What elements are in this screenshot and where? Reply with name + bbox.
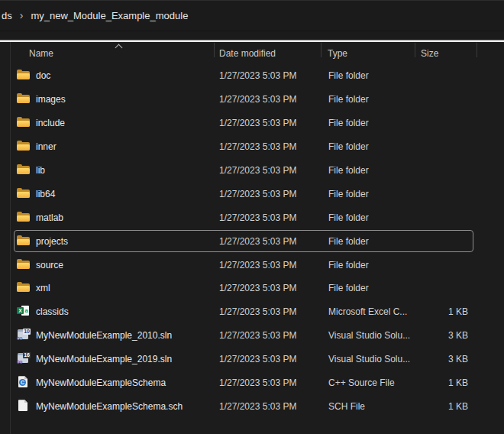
folder-icon: [17, 281, 31, 294]
file-type: SCH File: [328, 401, 365, 412]
file-list: doc 1/27/2023 5:03 PM File folder images…: [0, 63, 504, 419]
file-date-modified: 1/27/2023 5:03 PM: [219, 118, 296, 128]
column-headers: Name Date modified Type Size: [0, 42, 504, 64]
file-date-modified: 1/27/2023 5:03 PM: [219, 330, 296, 341]
file-type: File folder: [328, 283, 369, 293]
folder-icon: [17, 164, 31, 177]
file-row[interactable]: inner 1/27/2023 5:03 PM File folder: [14, 135, 473, 157]
file-name: MyNewModuleExampleSchema.sch: [36, 401, 183, 412]
column-resize-handle[interactable]: [214, 43, 215, 57]
file-date-modified: 1/27/2023 5:03 PM: [219, 189, 296, 199]
file-type: File folder: [328, 165, 369, 176]
file-row[interactable]: 16∞ MyNewModuleExample_2019.sln 1/27/202…: [14, 348, 473, 370]
file-row[interactable]: images 1/27/2023 5:03 PM File folder: [14, 88, 473, 110]
column-header-name[interactable]: Name: [29, 48, 53, 59]
file-name: classids: [36, 306, 69, 317]
file-name: projects: [36, 236, 68, 247]
folder-icon: [17, 69, 31, 82]
sort-ascending-icon: [115, 44, 123, 52]
folder-icon: [17, 187, 31, 200]
folder-icon: [17, 116, 31, 129]
file-list-area: Name Date modified Type Size doc 1/27/20…: [0, 42, 504, 434]
file-row[interactable]: doc 1/27/2023 5:03 PM File folder: [14, 64, 473, 86]
file-date-modified: 1/27/2023 5:03 PM: [219, 94, 296, 105]
file-row[interactable]: projects 1/27/2023 5:03 PM File folder: [14, 230, 473, 252]
excel-file-icon: aX: [17, 305, 31, 318]
file-row[interactable]: include 1/27/2023 5:03 PM File folder: [14, 112, 473, 134]
file-date-modified: 1/27/2023 5:03 PM: [219, 283, 296, 293]
file-type: File folder: [328, 94, 369, 105]
file-type: C++ Source File: [328, 377, 395, 388]
file-type: File folder: [328, 236, 369, 247]
file-row[interactable]: C MyNewModuleExampleSchema 1/27/2023 5:0…: [14, 371, 473, 394]
column-header-date-modified[interactable]: Date modified: [219, 48, 276, 59]
column-resize-handle[interactable]: [321, 43, 321, 57]
file-name: MyNewModuleExampleSchema: [36, 377, 166, 388]
folder-icon: [17, 235, 31, 248]
file-date-modified: 1/27/2023 5:03 PM: [219, 165, 296, 176]
file-name: images: [36, 94, 66, 105]
file-name: MyNewModuleExample_2019.sln: [36, 354, 172, 364]
folder-icon: [17, 258, 31, 271]
file-row[interactable]: xml 1/27/2023 5:03 PM File folder: [14, 277, 473, 299]
file-name: lib: [36, 165, 45, 176]
folder-icon: [17, 140, 31, 153]
file-name: xml: [36, 283, 50, 293]
file-size: 3 KB: [392, 330, 468, 341]
file-date-modified: 1/27/2023 5:03 PM: [219, 141, 296, 152]
visual-studio-2010-solution-icon: 10∞: [17, 329, 31, 342]
visual-studio-2019-solution-icon: 16∞: [17, 352, 31, 365]
breadcrumb-chevron-icon: ›: [20, 9, 24, 21]
file-type: File folder: [328, 189, 369, 199]
file-name: source: [36, 260, 63, 270]
file-type: File folder: [328, 212, 369, 223]
column-resize-handle[interactable]: [415, 43, 415, 57]
file-type: File folder: [328, 118, 369, 128]
file-name: lib64: [36, 189, 55, 199]
folder-icon: [17, 92, 31, 105]
file-name: doc: [36, 70, 50, 81]
cpp-source-file-icon: C: [17, 376, 31, 389]
file-date-modified: 1/27/2023 5:03 PM: [219, 212, 296, 223]
file-size: 1 KB: [392, 401, 468, 412]
file-size: 3 KB: [392, 354, 468, 364]
file-type: File folder: [328, 260, 369, 270]
file-type: File folder: [328, 70, 369, 81]
file-date-modified: 1/27/2023 5:03 PM: [219, 306, 296, 317]
file-row[interactable]: aX classids 1/27/2023 5:03 PM Microsoft …: [14, 300, 473, 322]
breadcrumb-divider: [0, 31, 504, 31]
file-row[interactable]: lib 1/27/2023 5:03 PM File folder: [14, 159, 473, 181]
column-header-type[interactable]: Type: [328, 48, 347, 59]
file-date-modified: 1/27/2023 5:03 PM: [219, 260, 296, 270]
file-row[interactable]: lib64 1/27/2023 5:03 PM File folder: [14, 183, 473, 205]
file-size: 1 KB: [392, 377, 468, 388]
breadcrumb-parent[interactable]: ds: [2, 10, 12, 21]
column-resize-handle[interactable]: [477, 43, 477, 57]
file-date-modified: 1/27/2023 5:03 PM: [219, 236, 296, 247]
breadcrumb-current[interactable]: my_new_Module_Example_module: [31, 10, 188, 21]
file-row[interactable]: MyNewModuleExampleSchema.sch 1/27/2023 5…: [14, 395, 473, 417]
file-name: inner: [36, 141, 57, 152]
file-name: matlab: [36, 212, 63, 223]
file-explorer-window: ds › my_new_Module_Example_module Name D…: [0, 0, 504, 434]
file-date-modified: 1/27/2023 5:03 PM: [219, 401, 296, 412]
file-row[interactable]: source 1/27/2023 5:03 PM File folder: [14, 254, 473, 276]
file-date-modified: 1/27/2023 5:03 PM: [219, 354, 296, 364]
document-icon: [17, 400, 31, 413]
folder-icon: [17, 211, 31, 224]
file-name: MyNewModuleExample_2010.sln: [36, 330, 172, 341]
column-header-size[interactable]: Size: [421, 48, 438, 59]
file-date-modified: 1/27/2023 5:03 PM: [219, 377, 296, 388]
file-name: include: [36, 118, 65, 128]
file-date-modified: 1/27/2023 5:03 PM: [219, 70, 296, 81]
file-type: File folder: [328, 141, 369, 152]
file-size: 1 KB: [392, 306, 468, 317]
file-row[interactable]: matlab 1/27/2023 5:03 PM File folder: [14, 206, 473, 228]
breadcrumb: ds › my_new_Module_Example_module: [0, 1, 504, 31]
file-row[interactable]: 10∞ MyNewModuleExample_2010.sln 1/27/202…: [14, 324, 473, 346]
